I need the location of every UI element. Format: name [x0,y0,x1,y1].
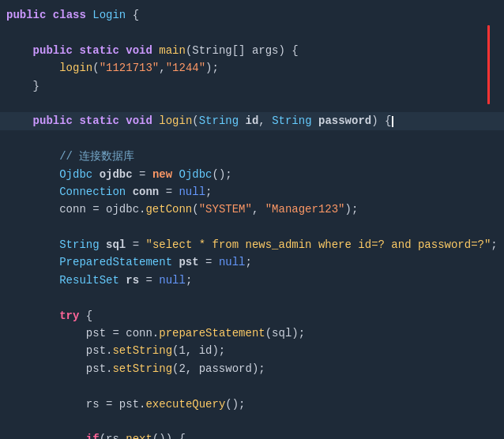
code-line-11: Connection conn = null; [0,183,504,201]
code-line-3: public static void main(String[] args) { [0,42,504,59]
code-line-12: conn = ojdbc.getConn("SYSTEM", "Manager1… [0,201,504,218]
code-line-2 [0,24,504,41]
code-line-13 [0,219,504,236]
code-line-5: } [0,77,504,95]
code-line-22 [0,377,504,395]
code-line-21: pst.setString(2, password); [0,360,504,377]
code-line-24 [0,413,504,430]
code-line-4: login("1121713","1244"); [0,59,504,77]
code-line-1: public class Login { [0,6,504,24]
code-line-10: Ojdbc ojdbc = new Ojdbc(); [0,166,504,183]
code-line-15: PreparedStatement pst = null; [0,253,504,271]
code-line-9: // 连接数据库 [0,148,504,165]
code-line-14: String sql = "select * from news_admin w… [0,236,504,253]
code-line-25: if(rs.next()) { [0,430,504,439]
code-line-23: rs = pst.executeQuery(); [0,396,504,413]
code-editor: public class Login { public static void … [0,0,504,439]
code-line-18: try { [0,307,504,325]
code-line-16: ResultSet rs = null; [0,272,504,289]
code-line-17 [0,289,504,306]
code-line-19: pst = conn.prepareStatement(sql); [0,325,504,342]
code-line-7: public static void login(String id, Stri… [0,112,504,129]
code-line-8 [0,130,504,148]
code-line-6 [0,95,504,112]
code-line-20: pst.setString(1, id); [0,342,504,359]
